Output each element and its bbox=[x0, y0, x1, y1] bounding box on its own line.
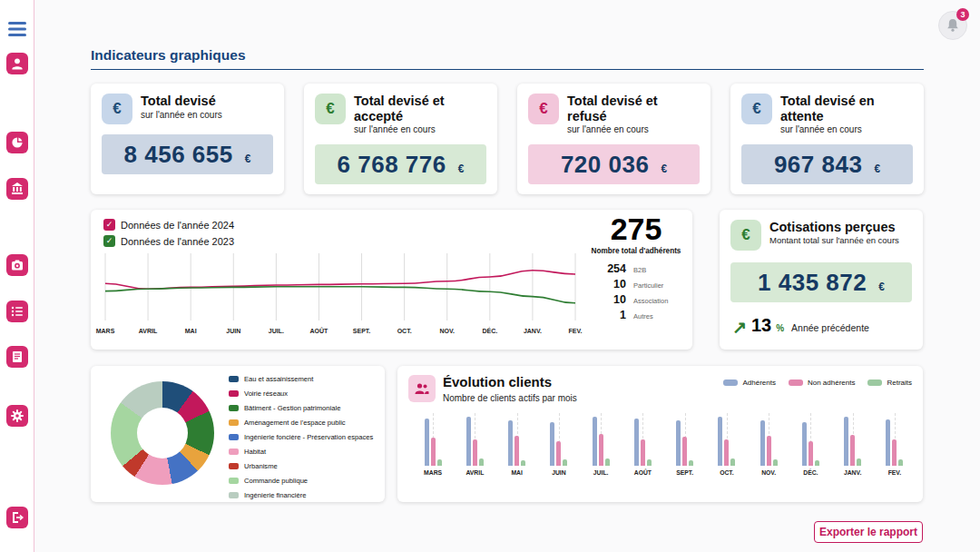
bar bbox=[773, 459, 778, 466]
breakdown-row: 10 Association bbox=[599, 293, 684, 306]
activity-donut-card: Eau et assainissementVoirie réseauxBâtim… bbox=[91, 366, 385, 502]
bar bbox=[556, 441, 561, 466]
kpi-value: 6 768 776 € bbox=[315, 144, 486, 184]
account-icon[interactable] bbox=[6, 53, 28, 74]
bar-group: DÉC. bbox=[789, 413, 831, 488]
euro-icon: € bbox=[730, 220, 761, 251]
bar bbox=[437, 459, 442, 466]
kpi-title: Total devisé bbox=[141, 94, 222, 109]
line-chart-month-axis: MARSAVRILMAIJUINJUIL.AOÛTSEPT.OCT.NOV.DÉ… bbox=[100, 328, 581, 339]
legend-item: Voirie réseaux bbox=[229, 389, 373, 398]
month-label: MAI bbox=[185, 328, 197, 334]
month-label: OCT. bbox=[397, 328, 412, 334]
breakdown-row: 254 B2B bbox=[599, 262, 684, 275]
bar bbox=[682, 437, 687, 466]
bar bbox=[760, 420, 765, 466]
list-icon[interactable] bbox=[6, 301, 28, 322]
notifications-button[interactable]: 3 bbox=[938, 11, 967, 40]
month-label: DÉC. bbox=[803, 469, 818, 476]
bar bbox=[676, 420, 681, 466]
settings-icon[interactable] bbox=[6, 405, 28, 427]
bar bbox=[634, 419, 639, 466]
bar bbox=[850, 435, 855, 466]
bar bbox=[521, 460, 525, 466]
legend-item: Ingénierie foncière - Préservation espac… bbox=[229, 433, 373, 441]
legend-swatch bbox=[229, 390, 239, 397]
logout-icon[interactable] bbox=[6, 507, 28, 528]
legend-item: Bâtiment - Gestion patrimoniale bbox=[229, 404, 373, 412]
cotisations-card: € Cotisations perçues Montant total sur … bbox=[720, 210, 923, 350]
euro-icon: € bbox=[741, 94, 772, 124]
month-label: FEV. bbox=[888, 469, 901, 476]
checkbox-donnees-2024[interactable]: ✓ Données de l'année 2024 bbox=[103, 219, 234, 231]
currency-symbol: € bbox=[661, 163, 667, 175]
month-label: JUIN bbox=[552, 469, 566, 476]
bar bbox=[898, 459, 903, 466]
bar-group: MAI bbox=[496, 413, 538, 488]
legend-swatch bbox=[229, 405, 239, 411]
legend-item: Eau et assainissement bbox=[229, 375, 373, 383]
menu-icon[interactable] bbox=[6, 18, 28, 40]
legend-swatch bbox=[789, 380, 803, 386]
legend-label: Habitat bbox=[244, 448, 266, 456]
bar bbox=[886, 419, 890, 466]
page-title: Indicateurs graphiques bbox=[91, 47, 246, 64]
month-label: SEPT. bbox=[353, 328, 370, 334]
checkbox-donnees-2023[interactable]: ✓ Données de l'année 2023 bbox=[103, 235, 234, 247]
sidebar bbox=[0, 0, 34, 552]
pie-chart-icon[interactable] bbox=[6, 132, 28, 153]
legend-item-retraits: Retraits bbox=[867, 379, 912, 387]
cotisations-value: 1 435 872 € bbox=[730, 262, 912, 302]
line-chart-legend: ✓ Données de l'année 2024 ✓ Données de l… bbox=[103, 219, 234, 251]
kpi-title: Total devisé en attente bbox=[780, 94, 913, 123]
legend-swatch bbox=[229, 376, 239, 382]
cotisations-subtitle: Montant total sur l'année en cours bbox=[769, 235, 899, 245]
bar bbox=[641, 439, 645, 466]
month-label: FEV. bbox=[569, 328, 583, 334]
bar bbox=[892, 439, 897, 466]
activity-donut-chart bbox=[111, 381, 214, 485]
kpi-subtitle: sur l'année en cours bbox=[141, 110, 222, 120]
month-label: MARS bbox=[424, 469, 442, 476]
kpi-subtitle: sur l'année en cours bbox=[354, 124, 486, 134]
export-report-button[interactable]: Exporter le rapport bbox=[814, 521, 923, 543]
title-divider bbox=[91, 69, 924, 70]
month-label: AVRIL bbox=[139, 328, 157, 334]
month-label: MAI bbox=[511, 469, 522, 476]
legend-item-adherents: Adhérents bbox=[723, 379, 775, 387]
organization-icon[interactable] bbox=[6, 178, 28, 200]
adherents-chart-card: ✓ Données de l'année 2024 ✓ Données de l… bbox=[91, 210, 692, 350]
cotisations-delta: ↗ 13 % Année précédente bbox=[732, 315, 869, 336]
adherents-stats: 275 Nombre total d'adhérents 254 B2B 10 … bbox=[588, 213, 684, 324]
checkbox-label: Données de l'année 2023 bbox=[121, 236, 234, 247]
bar-group: MARS bbox=[412, 413, 454, 488]
euro-icon: € bbox=[102, 94, 132, 124]
month-label: JUIN bbox=[226, 328, 240, 334]
kpi-card-total-devise: € Total devisé sur l'année en cours 8 45… bbox=[91, 84, 284, 194]
kpi-subtitle: sur l'année en cours bbox=[780, 124, 913, 134]
month-label: DÉC. bbox=[482, 328, 497, 334]
legend-swatch bbox=[229, 463, 239, 469]
bar bbox=[718, 417, 722, 466]
bar bbox=[599, 434, 603, 466]
camera-icon[interactable] bbox=[6, 254, 28, 276]
month-label: JANV. bbox=[524, 328, 542, 334]
kpi-card-total-accepte: € Total devisé et accepté sur l'année en… bbox=[304, 84, 497, 194]
bar-group: SEPT. bbox=[664, 413, 706, 488]
evolution-subtitle: Nombre de clients actifs par mois bbox=[443, 393, 577, 403]
cotisations-title: Cotisations perçues bbox=[769, 220, 899, 234]
bar bbox=[550, 422, 554, 466]
evolution-clients-card: Évolution clients Nombre de clients acti… bbox=[397, 366, 923, 502]
bar bbox=[802, 422, 807, 466]
bar bbox=[647, 459, 652, 466]
kpi-row: € Total devisé sur l'année en cours 8 45… bbox=[91, 84, 924, 193]
month-label: NOV. bbox=[439, 328, 454, 334]
document-icon[interactable] bbox=[6, 346, 28, 368]
bar bbox=[857, 458, 861, 466]
legend-swatch bbox=[229, 448, 239, 455]
evolution-legend: Adhérents Non adhérents Retraits bbox=[723, 379, 912, 387]
bar-group: JUIL. bbox=[580, 413, 622, 488]
bar-group: AVRIL bbox=[454, 413, 495, 488]
kpi-card-total-attente: € Total devisé en attente sur l'année en… bbox=[730, 84, 924, 194]
legend-label: Ingénierie foncière - Préservation espac… bbox=[244, 433, 373, 441]
